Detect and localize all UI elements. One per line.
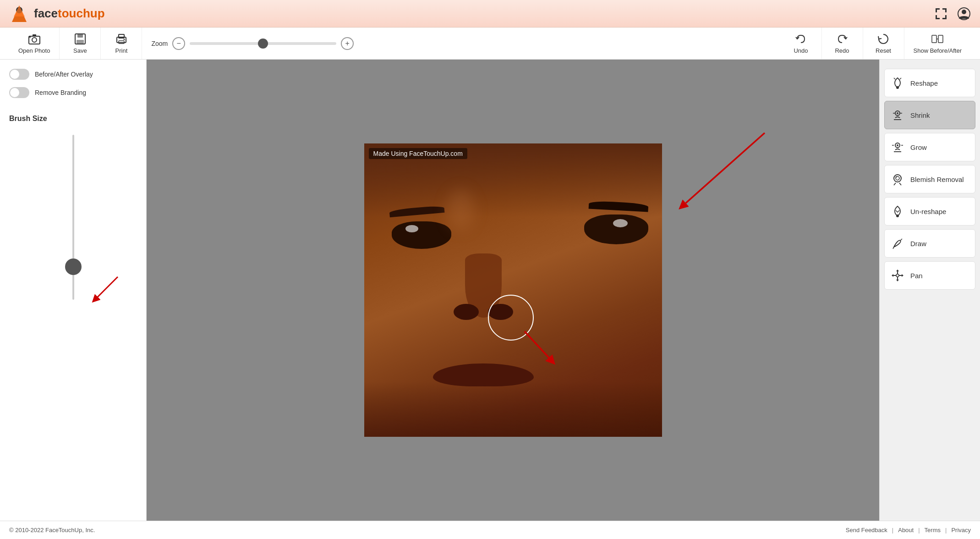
show-before-after-label: Show Before/After [914,47,962,54]
brush-size-arrow [86,272,131,309]
svg-point-49 [896,214,899,217]
before-after-overlay-row: Before/After Overlay [9,69,137,80]
account-icon[interactable] [957,7,971,21]
shrink-tool[interactable]: Shrink [884,101,975,129]
footer-links: Send Feedback | About | Terms | Privacy [846,527,971,534]
draw-tool[interactable]: Draw [884,229,975,258]
reset-icon [877,33,890,45]
save-icon [74,33,87,45]
logo: facetouchup [9,4,105,24]
reshape-label: Reshape [910,79,938,87]
svg-line-51 [900,239,902,241]
print-label: Print [115,47,128,54]
redo-icon [836,33,849,45]
main-area: Before/After Overlay Remove Branding Bru… [0,60,980,521]
svg-point-46 [894,175,901,182]
svg-marker-56 [896,270,899,271]
save-button[interactable]: Save [60,28,101,59]
canvas-arrow [520,327,566,368]
canvas-area[interactable]: Made Using FaceTouchUp.com [147,60,879,521]
svg-rect-18 [77,34,83,38]
copyright: © 2010-2022 FaceTouchUp, Inc. [9,527,95,534]
send-feedback-link[interactable]: Send Feedback [846,527,887,534]
zoom-plus-button[interactable]: + [341,37,354,50]
shrink-label: Shrink [910,111,930,119]
privacy-link[interactable]: Privacy [951,527,971,534]
terms-link[interactable]: Terms [925,527,941,534]
grow-label: Grow [910,143,927,151]
save-label: Save [73,47,87,54]
un-reshape-label: Un-reshape [910,208,946,215]
toolbar: Open Photo Save Print Zoom − + Undo [0,28,980,60]
print-button[interactable]: Print [101,28,142,59]
pan-icon [891,269,904,282]
logo-icon [9,4,29,24]
svg-marker-2 [14,6,25,16]
header: facetouchup [0,0,980,28]
reshape-tool[interactable]: Reshape [884,69,975,97]
brush-track [72,135,74,300]
fullscreen-icon[interactable] [934,7,948,21]
un-reshape-tool[interactable]: Un-reshape [884,197,975,226]
open-photo-button[interactable]: Open Photo [9,28,60,59]
logo-text: facetouchup [34,6,105,21]
before-after-overlay-toggle[interactable] [9,69,29,80]
grow-icon [891,141,904,154]
shrink-icon [891,109,904,121]
svg-rect-10 [945,15,947,19]
svg-point-37 [897,112,898,114]
pan-tool[interactable]: Pan [884,261,975,290]
draw-label: Draw [910,240,926,248]
svg-point-14 [32,38,37,42]
svg-line-28 [95,277,118,300]
svg-line-32 [682,133,765,206]
reshape-icon [891,77,904,89]
svg-rect-15 [33,34,36,36]
svg-marker-58 [892,274,893,277]
brush-size-label: Brush Size [9,115,137,123]
svg-line-34 [894,78,895,79]
left-sidebar: Before/After Overlay Remove Branding Bru… [0,60,147,521]
svg-point-42 [897,144,898,146]
svg-point-60 [896,274,899,277]
redo-button[interactable]: Redo [822,28,863,59]
remove-branding-row: Remove Branding [9,87,137,98]
brush-size-slider[interactable] [9,135,137,318]
un-reshape-icon [891,205,904,218]
undo-icon [794,33,807,45]
zoom-minus-button[interactable]: − [172,37,185,50]
grow-tool[interactable]: Grow [884,133,975,161]
svg-rect-6 [945,8,947,12]
blemish-removal-tool[interactable]: Blemish Removal [884,165,975,193]
watermark: Made Using FaceTouchUp.com [369,148,467,159]
svg-rect-24 [932,35,936,43]
svg-point-33 [896,86,899,89]
zoom-slider[interactable] [190,42,336,45]
camera-icon [28,33,41,45]
draw-icon [891,237,904,250]
svg-rect-19 [77,40,84,44]
brush-thumb[interactable] [65,258,82,275]
reset-label: Reset [876,47,891,54]
svg-rect-16 [29,36,31,38]
footer: © 2010-2022 FaceTouchUp, Inc. Send Feedb… [0,521,980,539]
reset-button[interactable]: Reset [863,28,904,59]
photo-container: Made Using FaceTouchUp.com [364,143,662,437]
remove-branding-label: Remove Branding [35,89,86,96]
right-sidebar: Reshape Shrink [879,60,980,521]
show-before-after-button[interactable]: Show Before/After [904,28,971,59]
before-after-overlay-label: Before/After Overlay [35,71,93,78]
remove-branding-toggle[interactable] [9,87,29,98]
before-after-icon [931,33,944,45]
svg-rect-4 [936,8,937,12]
svg-point-23 [123,39,125,40]
about-link[interactable]: About [898,527,914,534]
zoom-section: Zoom − + [142,37,780,50]
blemish-removal-icon [891,173,904,186]
svg-rect-25 [938,35,943,43]
svg-point-48 [896,176,897,178]
svg-point-12 [962,10,966,14]
svg-marker-59 [902,274,903,277]
svg-line-30 [525,331,552,361]
undo-button[interactable]: Undo [781,28,822,59]
